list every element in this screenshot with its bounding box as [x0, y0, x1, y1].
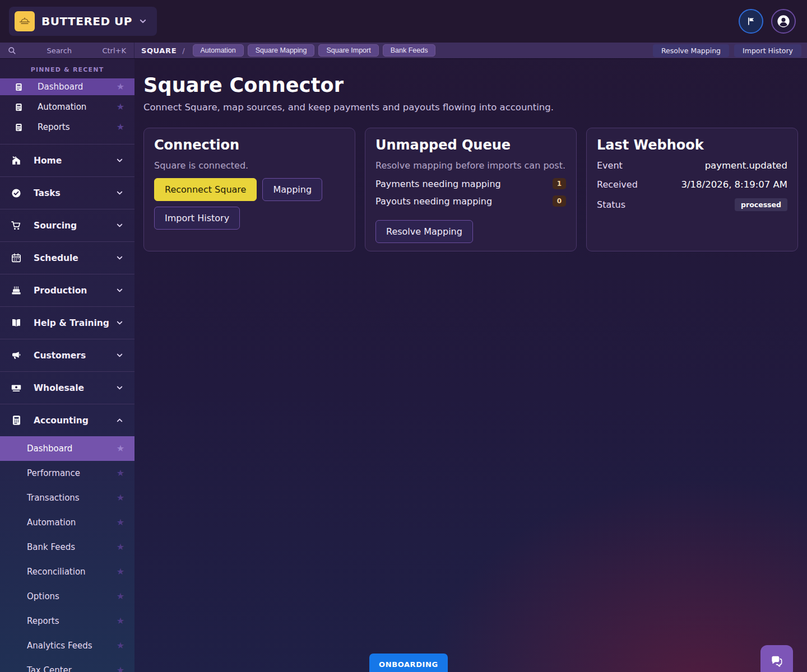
- sidebar: PINNED & RECENT Dashboard ★ Automation ★: [0, 59, 134, 672]
- import-history-button[interactable]: Import History: [154, 207, 240, 230]
- search-shortcut: Ctrl+K: [102, 46, 126, 55]
- chevron-down-icon: [116, 254, 123, 262]
- sidebar-pinned-dashboard[interactable]: Dashboard ★: [0, 78, 134, 95]
- sidebar-item-acct-tax-center[interactable]: Tax Center ★: [0, 658, 134, 672]
- chevron-down-icon: [116, 222, 123, 229]
- sidebar-group-label: Customers: [34, 351, 86, 361]
- sidebar-item-acct-transactions[interactable]: Transactions ★: [0, 486, 134, 510]
- chevron-down-icon: [116, 189, 123, 197]
- sidebar-groups: Home Tasks: [0, 144, 134, 436]
- app-root: BUTTERED UP: [0, 0, 807, 672]
- butter-dish-icon: [15, 11, 35, 31]
- sidebar-group-accounting[interactable]: Accounting: [0, 404, 134, 436]
- sidebar-pinned-reports[interactable]: Reports ★: [0, 119, 134, 136]
- reconnect-square-button[interactable]: Reconnect Square: [154, 178, 257, 201]
- chevron-down-icon: [116, 319, 123, 326]
- star-icon[interactable]: ★: [117, 543, 124, 552]
- sidebar-item-acct-automation[interactable]: Automation ★: [0, 510, 134, 535]
- sidebar-group-label: Home: [34, 156, 62, 166]
- connection-card: Connection Square is connected. Reconnec…: [143, 128, 355, 251]
- webhook-status-row: Status processed: [597, 198, 787, 211]
- webhook-received-value: 3/18/2026, 8:19:07 AM: [681, 179, 787, 190]
- search-input[interactable]: Search Ctrl+K: [0, 43, 134, 58]
- card-title: Unmapped Queue: [375, 137, 566, 153]
- brand-name: BUTTERED UP: [41, 15, 132, 28]
- chat-fab-button[interactable]: [760, 645, 793, 672]
- payouts-count-badge: 0: [553, 195, 566, 207]
- sidebar-pinned-automation[interactable]: Automation ★: [0, 99, 134, 115]
- last-webhook-card: Last Webhook Event payment.updated Recei…: [586, 128, 798, 251]
- flag-icon: [746, 16, 756, 26]
- calculator-icon: [15, 123, 23, 132]
- star-icon[interactable]: ★: [117, 123, 124, 132]
- sidebar-group-tasks[interactable]: Tasks: [0, 176, 134, 209]
- calculator-icon: [15, 83, 23, 91]
- page-title: Square Connector: [143, 74, 798, 96]
- sidebar-item-acct-reconciliation[interactable]: Reconciliation ★: [0, 559, 134, 584]
- account-button[interactable]: [771, 9, 796, 34]
- sidebar-group-sourcing[interactable]: Sourcing: [0, 209, 134, 241]
- sidebar-item-acct-bank-feeds[interactable]: Bank Feeds ★: [0, 535, 134, 559]
- flag-button[interactable]: [739, 9, 763, 34]
- star-icon[interactable]: ★: [117, 666, 124, 672]
- chat-bubbles-icon: [769, 654, 784, 669]
- tab-automation[interactable]: Automation: [193, 44, 244, 57]
- star-icon[interactable]: ★: [117, 444, 124, 453]
- sidebar-group-label: Tasks: [34, 188, 61, 198]
- sidebar-group-production[interactable]: Production: [0, 274, 134, 306]
- star-icon[interactable]: ★: [117, 493, 124, 502]
- sidebar-item-acct-reports[interactable]: Reports ★: [0, 609, 134, 633]
- pinned-item-label: Automation: [38, 102, 86, 112]
- star-icon[interactable]: ★: [117, 469, 124, 478]
- breadcrumb-separator: /: [182, 46, 184, 55]
- check-circle-icon: [10, 188, 22, 199]
- star-icon[interactable]: ★: [117, 82, 124, 91]
- calculator-icon: [10, 415, 22, 426]
- shell: PINNED & RECENT Dashboard ★ Automation ★: [0, 59, 807, 672]
- tab-bank-feeds[interactable]: Bank Feeds: [383, 44, 436, 57]
- sidebar-group-schedule[interactable]: Schedule: [0, 241, 134, 274]
- pinned-item-label: Reports: [38, 122, 70, 132]
- mapping-button[interactable]: Mapping: [262, 178, 322, 201]
- connector-tabs: Automation Square Mapping Square Import …: [193, 43, 436, 58]
- accounting-subnav: Dashboard ★ Performance ★ Transactions ★…: [0, 436, 134, 672]
- star-icon[interactable]: ★: [117, 102, 124, 111]
- payments-count-badge: 1: [553, 178, 566, 189]
- tab-square-import[interactable]: Square Import: [318, 44, 378, 57]
- payouts-mapping-row: Payouts needing mapping 0: [375, 195, 566, 207]
- card-title: Connection: [154, 137, 345, 153]
- home-icon: [10, 155, 22, 166]
- resolve-mapping-toolbar-button[interactable]: Resolve Mapping: [653, 44, 729, 57]
- sidebar-group-wholesale[interactable]: Wholesale: [0, 371, 134, 404]
- sidebar-item-acct-analytics-feeds[interactable]: Analytics Feeds ★: [0, 633, 134, 658]
- book-icon: [10, 318, 22, 329]
- resolve-mapping-button[interactable]: Resolve Mapping: [375, 220, 473, 243]
- webhook-event-row: Event payment.updated: [597, 160, 787, 171]
- sidebar-group-label: Sourcing: [34, 221, 77, 231]
- breadcrumb-square[interactable]: SQUARE: [141, 46, 177, 55]
- import-history-toolbar-button[interactable]: Import History: [734, 44, 801, 57]
- star-icon[interactable]: ★: [117, 641, 124, 650]
- sidebar-item-acct-performance[interactable]: Performance ★: [0, 461, 134, 486]
- calendar-icon: [10, 253, 22, 264]
- brand-menu[interactable]: BUTTERED UP: [9, 7, 157, 36]
- sidebar-group-help-training[interactable]: Help & Training: [0, 306, 134, 339]
- star-icon[interactable]: ★: [117, 567, 124, 576]
- chevron-down-icon: [139, 17, 147, 25]
- breadcrumb: SQUARE /: [134, 43, 188, 58]
- calculator-icon: [15, 103, 23, 111]
- megaphone-icon: [10, 350, 22, 361]
- unmapped-queue-card: Unmapped Queue Resolve mapping before im…: [365, 128, 577, 251]
- sidebar-group-home[interactable]: Home: [0, 144, 134, 176]
- sidebar-item-acct-options[interactable]: Options ★: [0, 584, 134, 609]
- page-subtitle: Connect Square, map sources, and keep pa…: [143, 102, 798, 113]
- sidebar-item-acct-dashboard[interactable]: Dashboard ★: [0, 436, 134, 461]
- onboarding-button[interactable]: ONBOARDING: [369, 654, 448, 672]
- star-icon[interactable]: ★: [117, 518, 124, 527]
- sidebar-group-customers[interactable]: Customers: [0, 339, 134, 371]
- chevron-down-icon: [116, 384, 123, 391]
- star-icon[interactable]: ★: [117, 592, 124, 601]
- tab-square-mapping[interactable]: Square Mapping: [248, 44, 315, 57]
- star-icon[interactable]: ★: [117, 617, 124, 626]
- sidebar-group-label: Schedule: [34, 253, 78, 263]
